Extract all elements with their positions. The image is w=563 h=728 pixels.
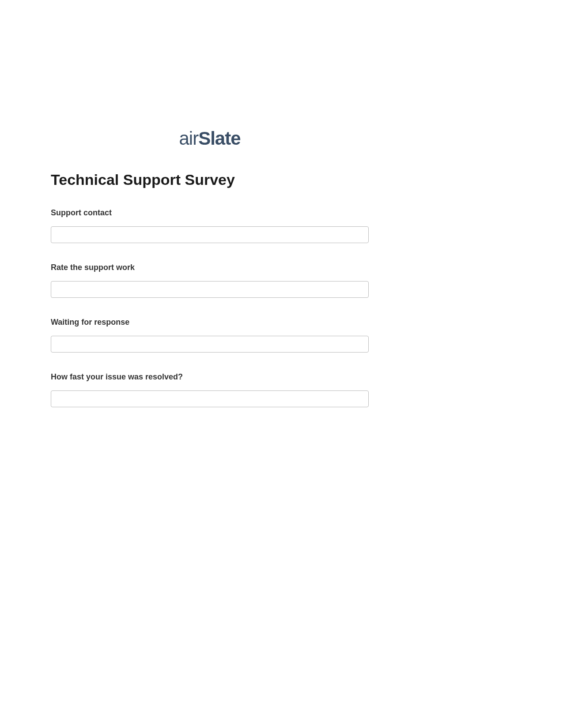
logo-text: airSlate — [179, 128, 240, 149]
label-resolution-speed: How fast your issue was resolved? — [51, 372, 369, 382]
logo-part-air: air — [179, 128, 198, 149]
label-rate-support: Rate the support work — [51, 263, 369, 272]
logo: airSlate — [51, 128, 369, 149]
form-group-resolution-speed: How fast your issue was resolved? — [51, 372, 369, 407]
label-waiting-response: Waiting for response — [51, 318, 369, 327]
input-rate-support[interactable] — [51, 281, 369, 298]
form-container: airSlate Technical Support Survey Suppor… — [51, 128, 369, 427]
input-resolution-speed[interactable] — [51, 390, 369, 407]
logo-part-slate: Slate — [198, 128, 240, 149]
form-group-support-contact: Support contact — [51, 208, 369, 243]
form-group-rate-support: Rate the support work — [51, 263, 369, 298]
page-title: Technical Support Survey — [51, 171, 369, 188]
form-group-waiting-response: Waiting for response — [51, 318, 369, 353]
input-waiting-response[interactable] — [51, 336, 369, 353]
input-support-contact[interactable] — [51, 226, 369, 243]
label-support-contact: Support contact — [51, 208, 369, 218]
